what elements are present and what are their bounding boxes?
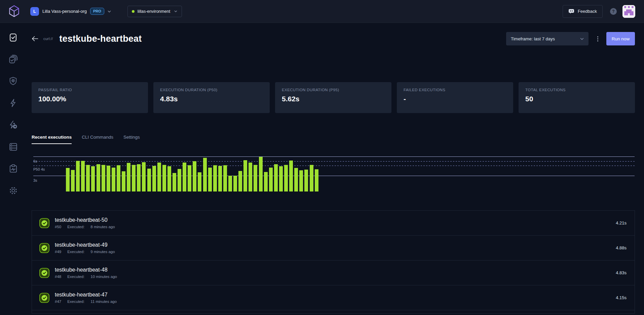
- duration-bar[interactable]: [274, 164, 278, 191]
- duration-bar[interactable]: [304, 170, 308, 191]
- arrow-left-icon: [32, 36, 38, 41]
- testkube-logo-icon[interactable]: [8, 5, 20, 18]
- duration-bar[interactable]: [81, 161, 85, 191]
- back-button[interactable]: [32, 36, 39, 41]
- duration-bar[interactable]: [198, 172, 201, 191]
- duration-bar[interactable]: [315, 169, 318, 191]
- duration-bar[interactable]: [223, 165, 227, 191]
- run-now-button[interactable]: Run now: [606, 32, 635, 45]
- duration-bar[interactable]: [86, 165, 90, 191]
- status-passed-icon: [39, 268, 49, 278]
- executed-label: Executed:: [67, 300, 84, 304]
- sidebar-item-settings[interactable]: [8, 185, 18, 196]
- sidebar-item-status-pages[interactable]: [8, 164, 18, 174]
- sidebar-item-test-suites[interactable]: [8, 54, 18, 64]
- duration-bar[interactable]: [152, 166, 156, 191]
- test-suites-icon: [8, 54, 18, 64]
- duration-bar[interactable]: [102, 165, 105, 191]
- duration-bar[interactable]: [167, 166, 171, 191]
- duration-bar[interactable]: [132, 165, 136, 191]
- metric-value: 4.83s: [160, 95, 263, 103]
- duration-bar[interactable]: [117, 165, 120, 191]
- sidebar-item-webhooks[interactable]: [8, 76, 18, 86]
- chevron-down-icon: [580, 37, 584, 40]
- execution-row[interactable]: testkube-heartbeat-47 #47 Executed: 11 m…: [32, 285, 635, 310]
- metric-value: 50: [525, 95, 628, 103]
- sidebar-item-tests[interactable]: [8, 32, 18, 42]
- duration-bar[interactable]: [264, 172, 268, 191]
- metric-card: PASS/FAIL RATIO 100.00%: [32, 82, 148, 113]
- duration-bar[interactable]: [137, 164, 141, 191]
- metric-card: EXECUTION DURATION (P50) 4.83s: [153, 82, 270, 113]
- duration-bar[interactable]: [97, 164, 100, 191]
- executors-bolt-icon: [8, 120, 18, 130]
- tab-cli-commands[interactable]: CLI Commands: [82, 135, 113, 144]
- duration-bar[interactable]: [66, 168, 70, 191]
- feedback-button[interactable]: Feedback: [563, 5, 603, 18]
- triggers-bolt-icon: [8, 98, 18, 108]
- duration-bar[interactable]: [188, 165, 191, 191]
- execution-duration-chart: 6s P50 4s 3s: [32, 154, 635, 194]
- help-button[interactable]: ?: [610, 8, 617, 15]
- sidebar-item-sources[interactable]: [8, 142, 18, 152]
- duration-bar[interactable]: [233, 176, 237, 191]
- help-question-icon: ?: [612, 9, 614, 14]
- sidebar-item-triggers[interactable]: [8, 98, 18, 108]
- duration-bar[interactable]: [269, 168, 273, 191]
- duration-bar[interactable]: [294, 168, 298, 191]
- duration-bar[interactable]: [107, 166, 110, 191]
- duration-bar[interactable]: [284, 165, 288, 191]
- duration-bar[interactable]: [162, 165, 166, 191]
- chevron-down-icon: [107, 10, 111, 13]
- metric-card: TOTAL EXECUTIONS 50: [519, 82, 635, 113]
- duration-bar[interactable]: [299, 170, 303, 191]
- execution-time: 11 minutes ago: [90, 300, 117, 304]
- duration-bar[interactable]: [279, 166, 283, 191]
- org-switcher[interactable]: L Lilla Vass-personal-org PRO: [30, 7, 111, 16]
- duration-bar[interactable]: [289, 161, 293, 192]
- duration-bar[interactable]: [173, 173, 176, 192]
- duration-bar[interactable]: [310, 165, 313, 191]
- more-actions-kebab-button[interactable]: [594, 32, 601, 45]
- user-avatar[interactable]: [622, 5, 635, 18]
- environment-select[interactable]: lillas-environment: [127, 6, 182, 17]
- duration-bar[interactable]: [218, 166, 222, 191]
- duration-bar[interactable]: [91, 166, 95, 191]
- identicon-avatar-image: [622, 5, 635, 18]
- execution-row[interactable]: testkube-heartbeat-48 #48 Executed: 10 m…: [32, 260, 635, 285]
- executed-label: Executed:: [67, 225, 84, 229]
- duration-bar[interactable]: [249, 163, 252, 191]
- duration-bar[interactable]: [147, 169, 151, 191]
- tab-settings[interactable]: Settings: [123, 135, 140, 144]
- duration-bar[interactable]: [76, 161, 80, 191]
- duration-bar[interactable]: [213, 165, 217, 191]
- metric-label: PASS/FAIL RATIO: [38, 88, 141, 92]
- environment-status-dot: [132, 10, 135, 13]
- sidebar-item-executors[interactable]: [8, 120, 18, 130]
- duration-bar[interactable]: [122, 171, 125, 191]
- tab-recent-executions[interactable]: Recent executions: [32, 135, 72, 144]
- duration-bars: [66, 157, 318, 191]
- duration-bar[interactable]: [157, 163, 161, 191]
- duration-bar[interactable]: [183, 163, 186, 191]
- duration-bar[interactable]: [71, 170, 75, 191]
- duration-bar[interactable]: [178, 169, 181, 191]
- duration-bar[interactable]: [259, 157, 263, 191]
- duration-bar[interactable]: [127, 163, 130, 191]
- discord-icon: [568, 9, 575, 14]
- execution-number: #48: [55, 275, 61, 279]
- duration-bar[interactable]: [238, 171, 242, 191]
- duration-bar[interactable]: [228, 176, 232, 191]
- execution-row[interactable]: testkube-heartbeat-50 #50 Executed: 8 mi…: [32, 211, 635, 236]
- execution-row[interactable]: testkube-heartbeat-49 #49 Executed: 9 mi…: [32, 236, 635, 260]
- execution-row-partial[interactable]: [32, 310, 635, 313]
- duration-bar[interactable]: [142, 162, 146, 191]
- duration-bar[interactable]: [112, 168, 115, 191]
- duration-bar[interactable]: [193, 161, 196, 191]
- execution-time: 10 minutes ago: [90, 275, 117, 279]
- duration-bar[interactable]: [254, 165, 257, 191]
- timeframe-select[interactable]: Timeframe: last 7 days: [506, 32, 589, 45]
- duration-bar[interactable]: [203, 158, 207, 191]
- duration-bar[interactable]: [243, 160, 247, 192]
- duration-bar[interactable]: [208, 168, 212, 191]
